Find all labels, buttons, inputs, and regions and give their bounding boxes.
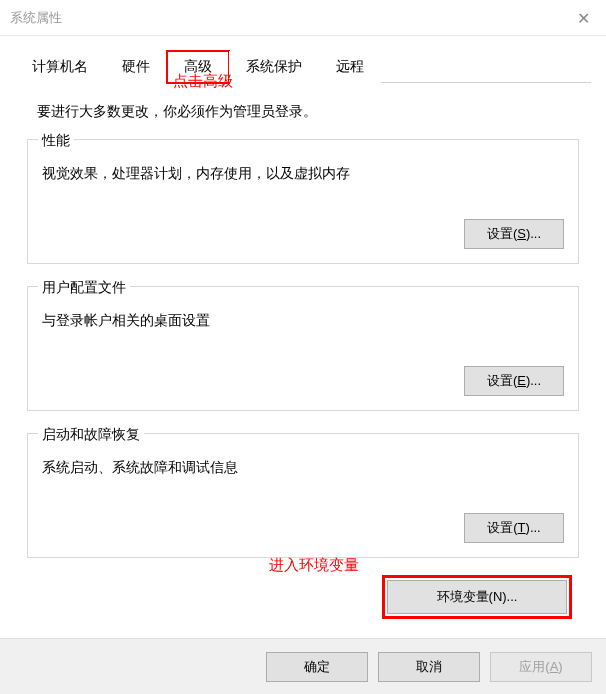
tab-remote[interactable]: 远程 xyxy=(319,51,381,83)
groupbox-user-profiles: 用户配置文件 与登录帐户相关的桌面设置 设置(E)... xyxy=(27,286,579,411)
tab-computer-name[interactable]: 计算机名 xyxy=(15,51,105,83)
groupbox-user-profiles-title: 用户配置文件 xyxy=(38,279,130,297)
cancel-button[interactable]: 取消 xyxy=(378,652,480,682)
dialog-footer: 确定 取消 应用(A) xyxy=(0,638,606,694)
environment-variables-button[interactable]: 环境变量(N)... xyxy=(387,580,567,614)
groupbox-performance: 性能 视觉效果，处理器计划，内存使用，以及虚拟内存 设置(S)... xyxy=(27,139,579,264)
button-row: 设置(E)... xyxy=(42,366,564,396)
groupbox-user-profiles-desc: 与登录帐户相关的桌面设置 xyxy=(42,312,564,330)
button-row: 设置(S)... xyxy=(42,219,564,249)
groupbox-startup: 启动和故障恢复 系统启动、系统故障和调试信息 设置(T)... xyxy=(27,433,579,558)
close-icon: ✕ xyxy=(577,9,590,28)
admin-instruction: 要进行大多数更改，你必须作为管理员登录。 xyxy=(37,103,579,121)
annotation-click-advanced: 点击高级 xyxy=(173,72,233,91)
window-title: 系统属性 xyxy=(10,9,62,27)
apply-button[interactable]: 应用(A) xyxy=(490,652,592,682)
annotation-enter-env: 进入环境变量 xyxy=(269,556,359,575)
user-profiles-settings-button[interactable]: 设置(E)... xyxy=(464,366,564,396)
ok-button[interactable]: 确定 xyxy=(266,652,368,682)
tab-content-advanced: 要进行大多数更改，你必须作为管理员登录。 性能 视觉效果，处理器计划，内存使用，… xyxy=(15,83,591,624)
tab-system-protection[interactable]: 系统保护 xyxy=(229,51,319,83)
close-button[interactable]: ✕ xyxy=(560,0,606,36)
groupbox-startup-title: 启动和故障恢复 xyxy=(38,426,144,444)
groupbox-performance-title: 性能 xyxy=(38,132,74,150)
performance-settings-button[interactable]: 设置(S)... xyxy=(464,219,564,249)
env-button-row: 环境变量(N)... xyxy=(27,580,579,614)
button-row: 设置(T)... xyxy=(42,513,564,543)
groupbox-startup-desc: 系统启动、系统故障和调试信息 xyxy=(42,459,564,477)
dialog-body: 计算机名 硬件 高级 系统保护 远程 点击高级 要进行大多数更改，你必须作为管理… xyxy=(0,36,606,624)
titlebar: 系统属性 ✕ xyxy=(0,0,606,36)
startup-settings-button[interactable]: 设置(T)... xyxy=(464,513,564,543)
groupbox-performance-desc: 视觉效果，处理器计划，内存使用，以及虚拟内存 xyxy=(42,165,564,183)
tab-hardware[interactable]: 硬件 xyxy=(105,51,167,83)
tabstrip: 计算机名 硬件 高级 系统保护 远程 xyxy=(15,50,591,83)
